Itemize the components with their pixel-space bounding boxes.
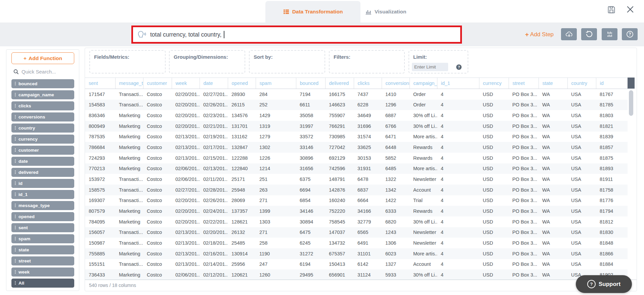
close-button[interactable] <box>626 5 635 14</box>
column-settings-button[interactable] <box>602 28 617 40</box>
limit-help-icon[interactable]: ? <box>456 64 462 70</box>
field-pill-opened[interactable]: opened <box>11 212 74 221</box>
drag-handle-icon <box>15 214 16 219</box>
column-header-spam[interactable]: spam <box>256 78 296 89</box>
table-cell: 31574 <box>354 132 382 142</box>
column-header-id[interactable]: id <box>596 78 628 89</box>
fields-metrics-dropzone[interactable]: Fields/Metrics: <box>89 50 166 73</box>
column-header-currency[interactable]: currency <box>479 78 509 89</box>
column-header-customer[interactable]: customer <box>143 78 172 89</box>
column-header-delivered[interactable]: delivered <box>325 78 354 89</box>
field-pill-label: campaign_name <box>18 92 54 97</box>
save-button[interactable] <box>607 5 616 14</box>
table-cell: Marketing <box>115 269 143 280</box>
toolbar: total currency, total country, + Add Ste… <box>0 22 644 46</box>
table-cell: 29495 <box>296 269 325 280</box>
field-pill-spam[interactable]: spam <box>11 234 74 243</box>
add-function-button[interactable]: + Add Function <box>11 52 74 64</box>
vertical-scrollbar-thumb[interactable] <box>629 90 633 116</box>
limit-panel[interactable]: Limit: ? <box>409 50 468 73</box>
table-cell: 02/24/201... <box>200 206 228 216</box>
field-pill-sent[interactable]: sent <box>11 223 74 232</box>
table-cell: 02/15/201... <box>200 153 228 163</box>
field-pill-delivered[interactable]: delivered <box>11 168 74 177</box>
field-pill-week[interactable]: week <box>11 267 74 277</box>
export-button[interactable] <box>561 28 577 40</box>
field-pill-currency[interactable]: currency <box>11 135 74 144</box>
table-cell: 6694 <box>296 185 325 195</box>
column-header-id_1[interactable]: id_1 <box>437 78 479 89</box>
field-pill-country[interactable]: country <box>11 124 74 133</box>
help-button[interactable]: ? <box>622 28 638 40</box>
field-pill-street[interactable]: street <box>11 256 74 265</box>
column-header-opened[interactable]: opened <box>228 78 256 89</box>
table-cell: 1399 <box>256 206 296 216</box>
table-cell: USD <box>479 110 509 121</box>
support-button[interactable]: ? Support <box>576 275 632 293</box>
reset-button[interactable] <box>581 28 597 40</box>
tab-data-transformation[interactable]: Data Transformation <box>265 1 360 22</box>
grouping-dimensions-dropzone[interactable]: Grouping/Dimensions: <box>169 50 245 73</box>
table-cell: 02/13/201... <box>172 142 200 153</box>
panel-label: Fields/Metrics: <box>94 54 129 60</box>
tab-visualization[interactable]: Visualization <box>360 1 424 22</box>
limit-input[interactable] <box>412 63 448 71</box>
table-cell: 81830 <box>596 227 628 238</box>
column-header-street[interactable]: street <box>509 78 539 89</box>
column-header-state[interactable]: state <box>539 78 567 89</box>
table-cell: 692129 <box>325 153 354 163</box>
plus-icon: + <box>24 55 27 61</box>
rotate-ccw-icon <box>585 30 593 38</box>
sort-by-dropzone[interactable]: Sort by: <box>249 50 325 73</box>
voice-input-icon[interactable] <box>137 30 147 39</box>
table-cell: USA <box>567 110 596 121</box>
table-cell: 1306 <box>382 238 410 248</box>
column-header-date[interactable]: date <box>200 78 228 89</box>
field-pill-customer[interactable]: customer <box>11 146 74 155</box>
field-pill-label: opened <box>18 214 35 219</box>
field-pill-id_1[interactable]: id_1 <box>11 190 74 199</box>
table-cell: USD <box>479 227 509 238</box>
table-cell: 156057 <box>85 227 115 238</box>
field-pill-conversions[interactable]: conversions <box>11 112 74 121</box>
add-step-button[interactable]: + Add Step <box>525 22 554 46</box>
field-pill-clicks[interactable]: clicks <box>11 101 74 110</box>
table-cell: Rewards <box>410 153 437 163</box>
table-cell: 122288 <box>228 153 256 163</box>
column-header-message_type[interactable]: message_type <box>115 78 143 89</box>
table-cell: PO Box 3... <box>509 206 539 216</box>
table-cell: Account <box>410 259 437 270</box>
table-cell: 02/06/201... <box>172 269 200 280</box>
column-header-week[interactable]: week <box>172 78 200 89</box>
column-header-sent[interactable]: sent <box>85 78 115 89</box>
field-pill-id[interactable]: id <box>11 179 74 188</box>
close-icon <box>626 5 635 14</box>
field-pill-label: All <box>18 281 24 286</box>
table-cell: USD <box>479 89 509 100</box>
column-header-country[interactable]: country <box>567 78 596 89</box>
table-cell: PO Box 3... <box>509 248 539 259</box>
column-header-clicks[interactable]: clicks <box>354 78 382 89</box>
quick-search-input[interactable]: Quick Search... <box>13 68 74 75</box>
field-pill-state[interactable]: state <box>11 245 74 254</box>
table-row: 154583Transacti...Costco02/20/201...02/2… <box>85 100 628 110</box>
table-cell: 4 <box>437 174 479 185</box>
field-pill-bounced[interactable]: bounced <box>11 79 74 88</box>
field-pill-campaign_name[interactable]: campaign_name <box>11 90 74 99</box>
table-cell: Marketing <box>115 206 143 216</box>
column-header-campaign_name[interactable]: campaign_name <box>410 78 437 89</box>
table-cell: 6491 <box>354 238 382 248</box>
nlp-query-input[interactable]: total currency, total country, <box>131 26 462 44</box>
field-pill-date[interactable]: date <box>11 157 74 166</box>
table-cell: Order <box>410 89 437 100</box>
filters-dropzone[interactable]: Filters: <box>329 50 405 73</box>
table-cell: Marketing <box>115 121 143 132</box>
field-pill-All[interactable]: All <box>11 279 74 288</box>
question-circle-icon: ? <box>626 30 634 38</box>
panel-label: Grouping/Dimensions: <box>174 54 228 60</box>
drag-handle-icon <box>15 82 16 86</box>
table-cell: USA <box>567 132 596 142</box>
column-header-conversions[interactable]: conversions <box>382 78 410 89</box>
field-pill-message_type[interactable]: message_type <box>11 201 74 210</box>
column-header-bounced[interactable]: bounced <box>296 78 325 89</box>
